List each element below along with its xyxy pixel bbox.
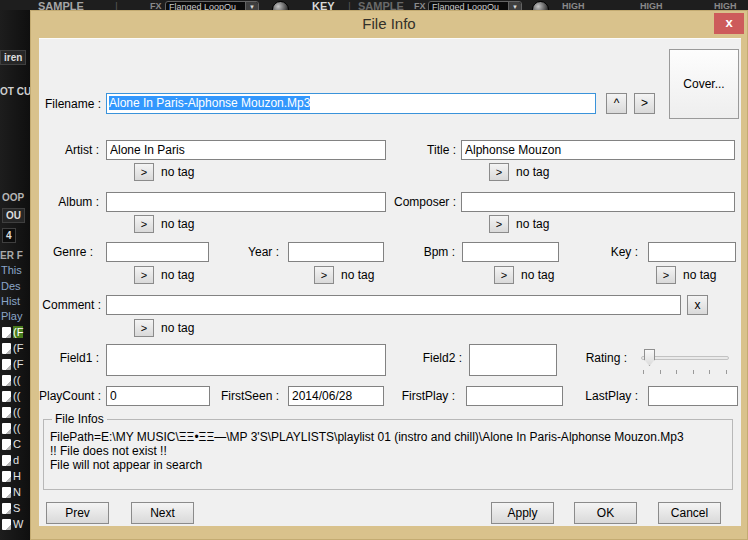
cover-button[interactable]: Cover...: [669, 49, 739, 119]
composer-input[interactable]: [461, 192, 735, 212]
rating-label: Rating :: [565, 351, 627, 365]
album-tag-status: no tag: [161, 217, 194, 231]
artist-tag-button[interactable]: >: [134, 163, 154, 181]
loop-out-button[interactable]: OU: [2, 208, 25, 223]
artist-input[interactable]: [106, 140, 386, 160]
comment-label: Comment :: [39, 298, 101, 312]
firstplay-label: FirstPlay :: [391, 389, 455, 403]
sidebar-item-desktop[interactable]: Des: [1, 280, 21, 292]
year-label: Year :: [219, 245, 279, 259]
sidebar-item-history[interactable]: Hist: [1, 295, 20, 307]
file-icon: [2, 327, 11, 338]
fx-knob[interactable]: [272, 1, 289, 10]
firstplay-input[interactable]: [466, 386, 563, 406]
fx-dropdown[interactable]: Flanged LoopOu ▼: [165, 1, 259, 10]
filepath-text: FilePath=E:\MY MUSIC\ΞΞ•ΞΞ—\MP 3'S\PLAYL…: [50, 430, 726, 444]
lastplay-input[interactable]: [648, 386, 738, 406]
next-button[interactable]: Next: [131, 502, 194, 524]
file-icon: [2, 471, 11, 482]
year-tag-button[interactable]: >: [314, 266, 334, 284]
playlist-item[interactable]: C: [2, 438, 21, 452]
playlist-item[interactable]: ((: [2, 422, 20, 436]
comment-input[interactable]: [106, 295, 681, 315]
sidebar-item-this[interactable]: This: [1, 264, 22, 276]
sample-label: SAMPLE: [358, 0, 404, 10]
title-input[interactable]: [461, 140, 735, 160]
sample-label: SAMPLE: [38, 0, 84, 10]
bpm-input[interactable]: [462, 242, 559, 262]
apply-button[interactable]: Apply: [491, 502, 554, 524]
playlist-item[interactable]: ((: [2, 390, 20, 404]
comment-tag-status: no tag: [161, 321, 194, 335]
file-infos-legend: File Infos: [52, 412, 107, 426]
selected-text: Alone In Paris-Alphonse Mouzon.Mp3: [109, 96, 310, 110]
file-icon: [2, 423, 11, 434]
playlist-item[interactable]: W: [2, 518, 23, 532]
rating-slider-ticks: [643, 370, 727, 374]
genre-input[interactable]: [106, 242, 209, 262]
filename-label: Filename :: [39, 97, 101, 111]
album-tag-button[interactable]: >: [134, 215, 154, 233]
file-icon: [2, 407, 11, 418]
close-button[interactable]: x: [714, 13, 744, 34]
field1-label: Field1 :: [39, 351, 99, 365]
playlist-item[interactable]: N: [2, 486, 21, 500]
high-eq-label: HIGH: [640, 1, 663, 10]
bpm-label: Bpm :: [395, 245, 455, 259]
year-tag-status: no tag: [341, 268, 374, 282]
dialog-body: Cover... Filename : Alone In Paris-Alpho…: [39, 38, 741, 526]
siren-button[interactable]: iren: [0, 50, 26, 65]
genre-label: Genre :: [39, 245, 93, 259]
playlist-item[interactable]: H: [2, 470, 21, 484]
file-icon: [2, 487, 11, 498]
bpm-tag-button[interactable]: >: [494, 266, 514, 284]
composer-tag-button[interactable]: >: [489, 215, 509, 233]
bpm-tag-status: no tag: [521, 268, 554, 282]
cancel-button[interactable]: Cancel: [658, 502, 721, 524]
prev-button[interactable]: Prev: [46, 502, 109, 524]
composer-tag-status: no tag: [516, 217, 549, 231]
file-not-exist-text: !! File does not exist !!: [50, 444, 726, 458]
composer-label: Composer :: [369, 195, 456, 209]
master-label: ER F: [0, 250, 23, 261]
artist-tag-status: no tag: [161, 165, 194, 179]
playlist-item[interactable]: d: [2, 454, 19, 468]
firstseen-input[interactable]: [288, 386, 384, 406]
playcount-input[interactable]: [106, 386, 210, 406]
field2-input[interactable]: [469, 344, 557, 376]
file-icon: [2, 343, 11, 354]
file-icon: [2, 519, 11, 530]
file-search-warning-text: File will not appear in search: [50, 458, 726, 472]
eq-knob[interactable]: [532, 1, 549, 10]
comment-clear-button[interactable]: x: [687, 295, 708, 315]
filename-up-button[interactable]: ^: [606, 93, 627, 114]
rating-slider-thumb[interactable]: [644, 349, 655, 366]
album-input[interactable]: [106, 192, 386, 212]
field1-input[interactable]: [106, 344, 386, 376]
key-input[interactable]: [648, 242, 736, 262]
field2-label: Field2 :: [407, 351, 462, 365]
playlist-item[interactable]: ((: [2, 406, 20, 420]
key-tag-button[interactable]: >: [656, 266, 676, 284]
key-label: Key :: [578, 245, 638, 259]
ok-button[interactable]: OK: [574, 502, 637, 524]
file-info-dialog: File Info x Cover... Filename : Alone In…: [30, 10, 748, 540]
comment-tag-button[interactable]: >: [134, 319, 154, 337]
playlist-item[interactable]: (F: [2, 326, 23, 340]
file-icon: [2, 391, 11, 402]
file-infos-group: File Infos FilePath=E:\MY MUSIC\ΞΞ•ΞΞ—\M…: [43, 412, 733, 490]
fx-dropdown[interactable]: Flanged LoopOu ▼: [428, 1, 522, 10]
filename-arrow-button[interactable]: >: [634, 93, 655, 114]
separator: |: [115, 0, 118, 10]
year-input[interactable]: [288, 242, 384, 262]
chevron-down-icon: ▼: [245, 2, 258, 10]
playlist-item[interactable]: (F: [2, 342, 23, 356]
sidebar-item-playlists[interactable]: Play: [1, 310, 22, 322]
genre-tag-button[interactable]: >: [134, 266, 154, 284]
file-icon: [2, 503, 11, 514]
title-tag-button[interactable]: >: [489, 163, 509, 181]
playlist-item[interactable]: ((: [2, 374, 20, 388]
filename-input[interactable]: Alone In Paris-Alphonse Mouzon.Mp3: [106, 93, 596, 114]
playlist-item[interactable]: (F: [2, 358, 23, 372]
playlist-item[interactable]: S: [2, 502, 20, 516]
